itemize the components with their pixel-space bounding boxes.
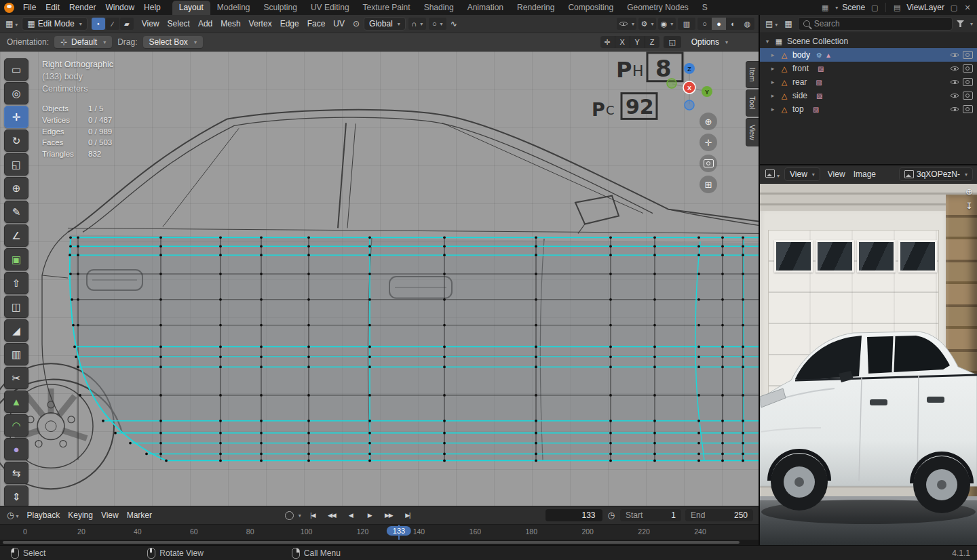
topbar-menu-item[interactable]: File bbox=[18, 1, 41, 14]
play-button[interactable]: ▶ bbox=[361, 509, 379, 521]
outliner-item-side[interactable]: ▸ △ side ▨ bbox=[760, 89, 977, 102]
image-editor-mode-dropdown[interactable]: View▾ bbox=[784, 167, 820, 181]
rendered-shading-button[interactable]: ◍ bbox=[740, 18, 754, 30]
outliner-search-input[interactable]: Search bbox=[798, 17, 953, 31]
viewport-menu-item[interactable]: Edge bbox=[276, 18, 303, 30]
outliner-item-front[interactable]: ▸ △ front ▨ bbox=[760, 62, 977, 75]
extrude-region-tool[interactable]: ⇧ bbox=[4, 272, 28, 294]
gizmo-icon[interactable]: ✛ bbox=[600, 36, 615, 48]
poly-build-tool[interactable]: ▲ bbox=[4, 391, 28, 413]
image-editor-menu-item[interactable]: View bbox=[824, 168, 849, 180]
object-visibility-dropdown[interactable]: ▾ bbox=[617, 18, 636, 30]
camera-view-button[interactable] bbox=[700, 155, 717, 172]
timeline-menu-item[interactable]: Keying bbox=[64, 509, 97, 521]
viewport-menu-item[interactable]: Add bbox=[194, 18, 216, 30]
workspace-tab[interactable]: Compositing bbox=[561, 1, 620, 15]
axis-z-toggle[interactable]: Z bbox=[645, 36, 659, 48]
viewport-menu-item[interactable]: View bbox=[138, 18, 164, 30]
vertex-select-mode-button[interactable]: ⬩ bbox=[92, 18, 105, 30]
play-reverse-button[interactable]: ◀ bbox=[342, 509, 360, 521]
spin-tool[interactable]: ◠ bbox=[4, 414, 28, 437]
transform-pivot-icon[interactable]: ⊙ bbox=[351, 19, 361, 28]
expand-chevron-icon[interactable]: ▸ bbox=[769, 65, 776, 72]
viewport-menu-item[interactable]: Face bbox=[303, 18, 330, 30]
hide-in-viewport-icon[interactable] bbox=[950, 105, 959, 113]
timeline-menu-item[interactable]: Playback bbox=[23, 509, 64, 521]
perspective-toggle-button[interactable]: ⊞ bbox=[700, 176, 717, 193]
solid-shading-button[interactable]: ● bbox=[712, 18, 726, 30]
sidebar-tab[interactable]: Item bbox=[746, 61, 759, 88]
zoom-in-icon[interactable]: ⊕ bbox=[965, 186, 973, 197]
options-dropdown[interactable]: Options▾ bbox=[685, 36, 734, 48]
expand-chevron-icon[interactable]: ▾ bbox=[764, 38, 771, 45]
editor-type-icon[interactable]: ▦▾ bbox=[4, 19, 19, 28]
axis-x-toggle[interactable]: X bbox=[615, 36, 630, 48]
workspace-tab[interactable]: Rendering bbox=[510, 1, 561, 15]
outliner-display-mode-icon[interactable]: ▦ bbox=[783, 19, 793, 28]
xray-toggle-button[interactable]: ▥ bbox=[678, 18, 695, 30]
topbar-menu-item[interactable]: Help bbox=[139, 1, 166, 14]
outliner-item-rear[interactable]: ▸ △ rear ▨ bbox=[760, 75, 977, 89]
auto-keying-button[interactable] bbox=[285, 511, 294, 520]
expand-chevron-icon[interactable]: ▸ bbox=[769, 106, 776, 113]
disable-in-renders-icon[interactable] bbox=[963, 92, 973, 100]
gizmo-y-negative-axis[interactable] bbox=[667, 79, 676, 88]
edge-slide-tool[interactable]: ⇆ bbox=[4, 462, 28, 484]
remove-viewlayer-icon[interactable]: ✕ bbox=[962, 2, 973, 13]
new-scene-icon[interactable]: ▢ bbox=[869, 2, 880, 13]
horizontal-scrollbar[interactable] bbox=[0, 540, 759, 545]
bevel-tool[interactable]: ◢ bbox=[4, 319, 28, 342]
gizmo-extra-button[interactable]: ◱ bbox=[664, 36, 681, 48]
workspace-tab[interactable]: Modeling bbox=[210, 1, 257, 15]
measure-tool[interactable]: ∠ bbox=[4, 224, 28, 247]
scene-browse-icon[interactable]: ▦ bbox=[820, 2, 830, 13]
zoom-button[interactable]: ⊕ bbox=[700, 113, 717, 130]
sidebar-tab[interactable]: View bbox=[746, 118, 759, 147]
frame-end-field[interactable]: End250 bbox=[685, 509, 753, 521]
viewport-gizmos-dropdown[interactable]: ⚙▾ bbox=[638, 18, 656, 30]
viewport-menu-item[interactable]: UV bbox=[329, 18, 349, 30]
image-editor-menu-item[interactable]: Image bbox=[849, 168, 880, 180]
transform-orientation-dropdown[interactable]: Global▾ bbox=[364, 17, 406, 31]
smooth-tool[interactable]: ● bbox=[4, 438, 28, 460]
axis-y-toggle[interactable]: Y bbox=[630, 36, 645, 48]
timeline-menu-item[interactable]: View bbox=[97, 509, 123, 521]
workspace-tab[interactable]: Texture Paint bbox=[356, 1, 417, 15]
scale-tool[interactable]: ◱ bbox=[4, 153, 28, 176]
workspace-tab[interactable]: Shading bbox=[417, 1, 461, 15]
workspace-tab[interactable]: S bbox=[695, 1, 714, 15]
viewport-menu-item[interactable]: Select bbox=[164, 18, 194, 30]
workspace-tab[interactable]: Layout bbox=[172, 1, 210, 15]
annotate-tool[interactable]: ✎ bbox=[4, 201, 28, 223]
viewlayer-selector[interactable]: ViewLayer bbox=[905, 3, 946, 12]
image-datablock-selector[interactable]: 3qXOPezN-▾ bbox=[899, 167, 973, 181]
next-keyframe-button[interactable]: ▶▶ bbox=[380, 509, 398, 521]
filter-icon[interactable] bbox=[957, 20, 964, 27]
rotate-tool[interactable]: ↻ bbox=[4, 129, 28, 152]
navigation-gizmo[interactable]: Z Y X bbox=[664, 60, 714, 111]
previous-keyframe-button[interactable]: ◀◀ bbox=[323, 509, 341, 521]
wireframe-shading-button[interactable]: ○ bbox=[697, 18, 712, 30]
outliner-root-collection[interactable]: ▾ ▦ Scene Collection bbox=[760, 35, 977, 48]
topbar-menu-item[interactable]: Window bbox=[100, 1, 139, 14]
add-cube-tool[interactable]: ▣ bbox=[4, 248, 28, 271]
snap-magnet-icon[interactable]: ∩▾ bbox=[408, 18, 426, 30]
disable-in-renders-icon[interactable] bbox=[963, 78, 973, 86]
shrink-fatten-tool[interactable]: ⇕ bbox=[4, 485, 28, 506]
scrollbar-thumb[interactable] bbox=[3, 541, 740, 544]
workspace-tab[interactable]: Geometry Nodes bbox=[620, 1, 695, 15]
frame-start-field[interactable]: Start1 bbox=[620, 509, 681, 521]
gizmo-z-negative-axis[interactable] bbox=[685, 100, 694, 110]
move-tool[interactable]: ✛ bbox=[4, 106, 28, 128]
proportional-editing-icon[interactable]: ○▾ bbox=[429, 18, 446, 30]
topbar-menu-item[interactable]: Edit bbox=[41, 1, 64, 14]
workspace-tab[interactable]: Animation bbox=[461, 1, 510, 15]
topbar-menu-item[interactable]: Render bbox=[64, 1, 100, 14]
mode-dropdown[interactable]: ▦ Edit Mode▾ bbox=[22, 17, 87, 31]
scroll-down-icon[interactable]: ↧ bbox=[965, 201, 973, 211]
image-editor-type-icon[interactable]: ▾ bbox=[764, 169, 781, 180]
viewport-overlays-dropdown[interactable]: ◉▾ bbox=[658, 18, 676, 30]
tweak-select-tool[interactable]: ▭ bbox=[4, 58, 28, 81]
material-preview-button[interactable]: ◐ bbox=[726, 18, 740, 30]
face-select-mode-button[interactable]: ▰ bbox=[120, 18, 134, 30]
